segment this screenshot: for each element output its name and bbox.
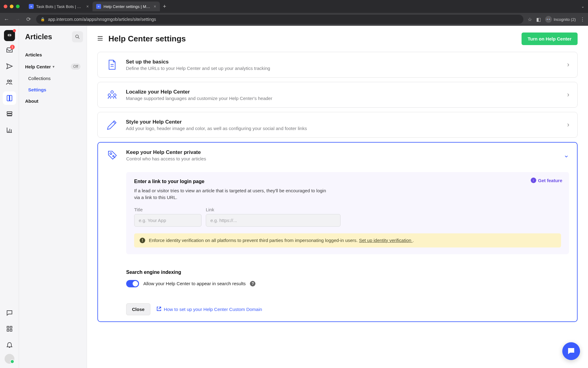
incognito-label: Incognito (2): [554, 17, 576, 22]
nav-reports[interactable]: [3, 123, 16, 137]
document-icon: [106, 58, 119, 71]
svg-rect-4: [7, 114, 12, 115]
login-link-description: If a lead or visitor tries to view an ar…: [134, 187, 330, 201]
app-root: 1 Articles: [0, 26, 588, 368]
left-sidebar: Articles Articles Help Center ▾ Off Coll…: [19, 26, 87, 368]
tab-strip: ≡ Task Bots | Task Bots | Moodjo × ≡ Hel…: [25, 2, 166, 11]
browser-menu-icon[interactable]: ⋮: [580, 17, 585, 22]
nav-inbox[interactable]: 1: [3, 44, 16, 57]
sidebar-item-label: Help Center: [25, 64, 51, 69]
sidebar-title: Articles: [25, 33, 52, 41]
svg-point-1: [7, 80, 9, 82]
tab-close-icon[interactable]: ×: [154, 4, 156, 9]
custom-domain-help-link[interactable]: How to set up your Help Center Custom Do…: [156, 306, 262, 312]
messenger-launcher[interactable]: [562, 342, 580, 360]
svg-point-10: [111, 91, 113, 93]
link-input[interactable]: [206, 214, 341, 227]
tabs-overflow-icon[interactable]: ⌄: [581, 4, 584, 9]
tab-close-icon[interactable]: ×: [86, 4, 89, 9]
svg-rect-7: [7, 329, 9, 331]
nav-messenger[interactable]: [3, 306, 16, 320]
collapse-sidebar-button[interactable]: [97, 36, 103, 42]
card-private-header[interactable]: Keep your Help Center private Control wh…: [106, 149, 569, 162]
window-close-icon[interactable]: [4, 5, 7, 8]
card-subtitle: Define the URLs to your Help Center and …: [126, 66, 560, 71]
window-minimize-icon[interactable]: [10, 5, 13, 8]
search-icon: [75, 34, 80, 40]
external-link-icon: [156, 306, 161, 312]
help-tooltip-icon[interactable]: ?: [250, 281, 255, 286]
window-maximize-icon[interactable]: [16, 5, 20, 8]
sidebar-item-settings[interactable]: Settings: [19, 84, 87, 95]
card-private-body: ↑ Get feature Enter a link to your login…: [106, 169, 569, 254]
back-button[interactable]: ←: [3, 16, 10, 23]
card-subtitle: Control who has access to your articles: [126, 156, 556, 161]
toolbar-right: ☆ ◧ 👓 Incognito (2) ⋮: [528, 16, 585, 23]
alert-text: Enforce identity verification on all pla…: [149, 238, 359, 243]
nav-operator[interactable]: [3, 107, 16, 121]
sei-toggle-label: Allow your Help Center to appear in sear…: [143, 281, 246, 286]
alert-tail: .: [413, 238, 414, 243]
settings-sections: Set up the basics Define the URLs to you…: [87, 48, 588, 334]
forward-button[interactable]: →: [14, 16, 21, 23]
browser-tab-1[interactable]: ≡ Task Bots | Task Bots | Moodjo ×: [25, 2, 92, 11]
sidebar-item-collections[interactable]: Collections: [19, 73, 87, 84]
sidebar-item-label: Articles: [25, 52, 42, 57]
svg-point-9: [76, 35, 78, 38]
sidebar-item-help-center[interactable]: Help Center ▾ Off: [19, 60, 87, 73]
tab-favicon-icon: ≡: [29, 4, 34, 9]
bookmark-star-icon[interactable]: ☆: [528, 17, 532, 22]
card-localize[interactable]: Localize your Help Center Manage support…: [97, 82, 578, 108]
page-title: Help Center settings: [108, 34, 186, 44]
main-content: Help Center settings Turn on Help Center…: [87, 26, 588, 368]
icon-sidebar: 1: [0, 26, 19, 368]
bell-icon: [6, 341, 13, 348]
nav-notifications[interactable]: [3, 338, 16, 351]
get-feature-button[interactable]: ↑ Get feature: [531, 178, 562, 183]
panel-icon[interactable]: ◧: [536, 17, 541, 22]
nav-articles[interactable]: [3, 91, 16, 105]
login-link-panel: ↑ Get feature Enter a link to your login…: [126, 172, 569, 254]
new-tab-button[interactable]: +: [163, 3, 166, 10]
address-bar[interactable]: 🔒 app.intercom.com/a/apps/nnsgmgob/artic…: [36, 15, 523, 24]
app-logo[interactable]: [4, 30, 15, 41]
browser-tab-2[interactable]: ≡ Help Center settings | Moodjo ×: [92, 2, 160, 11]
link-field-label: Link: [206, 207, 341, 212]
sidebar-search-button[interactable]: [72, 31, 83, 42]
nav-contacts[interactable]: [3, 75, 16, 89]
sidebar-item-label: Settings: [28, 87, 46, 92]
people-group-icon: [106, 88, 119, 101]
setup-identity-verification-link[interactable]: Set up identity verification: [359, 238, 413, 243]
card-basics[interactable]: Set up the basics Define the URLs to you…: [97, 52, 578, 78]
login-link-title: Enter a link to your login page: [134, 179, 561, 184]
reload-button[interactable]: ⟳: [25, 16, 32, 23]
sidebar-item-articles[interactable]: Articles: [19, 49, 87, 60]
nav-apps[interactable]: [3, 322, 16, 335]
nav-outbound[interactable]: [3, 59, 16, 73]
intercom-logo-icon: [6, 32, 13, 39]
messenger-icon: [567, 347, 576, 356]
turn-on-help-center-button[interactable]: Turn on Help Center: [522, 33, 578, 45]
sidebar-header: Articles: [19, 31, 87, 42]
pencil-icon: [106, 118, 119, 131]
tab-title: Help Center settings | Moodjo: [104, 4, 151, 9]
close-button[interactable]: Close: [126, 303, 150, 315]
svg-rect-8: [10, 329, 12, 331]
sei-toggle[interactable]: [126, 280, 139, 287]
card-style[interactable]: Style your Help Center Add your logo, he…: [97, 112, 578, 138]
user-avatar[interactable]: [5, 354, 14, 364]
browser-toolbar: ← → ⟳ 🔒 app.intercom.com/a/apps/nnsgmgob…: [0, 13, 588, 26]
chat-icon: [6, 309, 13, 316]
warning-icon: !: [140, 238, 145, 243]
svg-rect-5: [7, 326, 9, 328]
sidebar-item-label: Collections: [28, 76, 51, 81]
svg-rect-3: [7, 112, 12, 113]
sidebar-item-about[interactable]: About: [19, 95, 87, 107]
incognito-indicator[interactable]: 👓 Incognito (2): [545, 16, 576, 23]
incognito-icon: 👓: [545, 16, 552, 23]
title-input[interactable]: [134, 214, 202, 227]
send-icon: [6, 63, 13, 70]
arrow-up-circle-icon: ↑: [531, 178, 536, 183]
chart-icon: [6, 126, 13, 134]
card-title: Keep your Help Center private: [126, 149, 556, 155]
